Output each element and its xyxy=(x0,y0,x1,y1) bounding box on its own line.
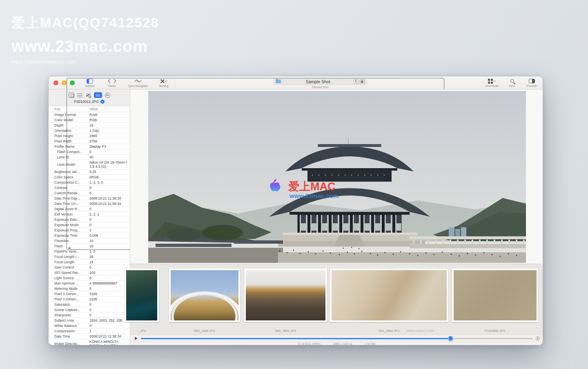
exif-value: 5 xyxy=(89,286,130,291)
table-row[interactable]: Subject Area 1504, 1003, 252, 336 xyxy=(49,318,130,323)
exif-key: Metering Mode xyxy=(54,287,89,291)
status-bar: 21 of 6013 (NRW) 3056 x 2420 px 2.06 MB xyxy=(130,342,543,345)
status-position: 21 of 6013 (NRW) xyxy=(298,342,321,345)
minus-circle-icon[interactable] xyxy=(105,93,110,98)
page-watermark: 爱上MAC(QQ7412528 www.23mac.com www.intern… xyxy=(11,14,159,65)
exif-value: 0 xyxy=(89,307,130,312)
table-row[interactable]: Gain Control 0 xyxy=(49,265,130,270)
exif-value: 0 xyxy=(89,302,130,307)
exif-value: 0 xyxy=(89,265,130,270)
table-row[interactable]: ISO Speed Rat... 100 xyxy=(49,270,130,276)
toolbar-right-group: Grid Mode Find Preview xyxy=(485,78,538,87)
exif-value: 1 xyxy=(89,329,130,333)
exif-key: Light Source xyxy=(54,276,89,280)
thumbnail-image[interactable] xyxy=(330,269,448,322)
exif-value: 28 xyxy=(89,254,130,259)
thumbnail-size-icon[interactable] xyxy=(536,336,540,340)
exif-value: KONICA MINOLTA DIGITAL CAMERA xyxy=(89,339,130,345)
grid-mode-button[interactable]: Grid Mode xyxy=(485,78,499,87)
table-row[interactable]: Date Time 2008:10:21 11:38:34 xyxy=(49,334,130,339)
play-button[interactable] xyxy=(135,337,138,340)
filmstrip-scrubber[interactable] xyxy=(141,338,533,339)
table-row[interactable]: Focal Length I... 28 xyxy=(49,254,130,260)
filmstrip-item[interactable]: …JPG xyxy=(125,269,159,322)
thumbnail-filename: …JPG xyxy=(125,329,159,333)
table-row[interactable]: White Balance 0 xyxy=(49,323,130,329)
window-content: (i) P3010012.JPG i Key Value Image Forma… xyxy=(49,89,543,345)
preview-label: Preview xyxy=(527,84,537,87)
table-row[interactable]: Compression 1 xyxy=(49,329,130,334)
exif-key: White Balance xyxy=(54,324,89,328)
search-icon xyxy=(510,79,514,83)
scrubber-fill xyxy=(141,338,450,339)
exif-value: 4.3666666666667 xyxy=(89,281,130,286)
photo-gyeongbokgung-palace[interactable]: 爱上MAC www.23mac.com xyxy=(148,91,526,263)
table-row[interactable]: Focal Length 19 xyxy=(49,260,130,265)
thumbnail-filename: P1019632.JPG xyxy=(452,329,538,333)
exif-value: 0 xyxy=(89,313,130,318)
inspector-sidebar: (i) P3010012.JPG i Key Value Image Forma… xyxy=(49,89,130,345)
thumbnail-image[interactable] xyxy=(244,269,327,322)
image-badge-icon[interactable] xyxy=(69,93,74,98)
exif-key: Image Descrip... xyxy=(54,342,89,345)
filmstrip-item[interactable]: IMG_3968.JPG xyxy=(330,269,448,322)
exif-value: 0 xyxy=(89,276,130,280)
exif-info-icon[interactable]: (i) xyxy=(94,92,102,98)
find-label: Find xyxy=(509,84,515,87)
main-panel: 爱上MAC www.23mac.com …JPG xyxy=(130,89,543,345)
table-row[interactable]: Saturation 0 xyxy=(49,302,130,307)
table-row[interactable]: Max Aperture ... 4.3666666666667 xyxy=(49,281,130,286)
transport-bar xyxy=(130,334,543,342)
scrubber-thumb[interactable] xyxy=(448,336,453,341)
grid-mode-chevron-icon xyxy=(493,79,496,82)
filmstrip-item[interactable]: P1019632.JPG xyxy=(452,269,538,322)
exif-value: 100 xyxy=(89,270,130,275)
exif-key: Focal Length I... xyxy=(54,255,89,259)
viewer-watermark-url: www.23mac.com xyxy=(289,192,339,199)
status-filesize: 2.06 MB xyxy=(365,342,375,345)
image-viewer: 爱上MAC www.23mac.com xyxy=(130,89,543,264)
exif-key: Compression xyxy=(54,329,89,333)
watermark-line1: 爱上MAC(QQ7412528 xyxy=(11,14,159,32)
table-row[interactable]: Scene Capture... 0 xyxy=(49,307,130,313)
status-dimensions: 3056 x 2420 px xyxy=(333,342,352,345)
table-row[interactable]: Pixel X Dimen... 3156 xyxy=(49,291,130,297)
minimize-button[interactable] xyxy=(62,80,67,85)
exif-key: Date Time xyxy=(54,334,89,338)
exif-value: 19 xyxy=(89,260,130,265)
thumbnail-image[interactable] xyxy=(125,269,159,322)
table-row[interactable]: Pixel Y Dimen... 2105 xyxy=(49,297,130,302)
table-row[interactable]: Image Descrip... KONICA MINOLTA DIGITAL … xyxy=(49,339,130,345)
table-row[interactable]: Metering Mode 5 xyxy=(49,286,130,291)
app-window: Sidebar Views Open Navigator xyxy=(48,76,543,345)
adjust-icon[interactable] xyxy=(85,93,91,98)
filmstrip-item[interactable]: IMG_3880.JPG xyxy=(244,269,327,322)
thumbnail-image[interactable] xyxy=(169,269,240,322)
inspector-tabs: (i) xyxy=(49,89,130,100)
table-row[interactable]: Sharpness 0 xyxy=(49,313,130,318)
viewer-watermark-brand: 爱上MAC xyxy=(288,180,336,193)
exif-key: Pixel X Dimen... xyxy=(54,292,89,296)
exif-key: Subject Area xyxy=(54,318,89,322)
exif-key: ISO Speed Rat... xyxy=(54,271,89,275)
grid-mode-icon xyxy=(488,79,493,84)
exif-value: 2105 xyxy=(89,297,130,302)
find-button[interactable]: Find xyxy=(506,78,518,87)
preview-button[interactable]: Preview xyxy=(526,78,538,87)
close-button[interactable] xyxy=(53,80,58,85)
table-row[interactable]: Light Source 0 xyxy=(49,276,130,281)
preview-icon xyxy=(529,79,535,83)
list-icon[interactable] xyxy=(77,93,82,98)
exif-value: 0 xyxy=(89,323,130,328)
grid-mode-label: Grid Mode xyxy=(485,84,499,87)
filmstrip-item[interactable]: IMG_3456.JPG xyxy=(169,269,240,322)
exif-value: 2008:10:21 11:38:34 xyxy=(89,334,130,339)
thumbnail-filename: IMG_3456.JPG xyxy=(169,329,240,333)
filmstrip-watermark: WWW.23MAC.COM xyxy=(392,329,449,333)
thumbnail-filename: IMG_3880.JPG xyxy=(244,329,327,333)
exif-key: Saturation xyxy=(54,302,89,307)
thumbnail-image[interactable] xyxy=(452,269,538,322)
exif-key: Focal Length xyxy=(54,260,89,264)
exif-key: Gain Control xyxy=(54,265,89,269)
exif-value: 1504, 1003, 252, 336 xyxy=(89,318,130,323)
